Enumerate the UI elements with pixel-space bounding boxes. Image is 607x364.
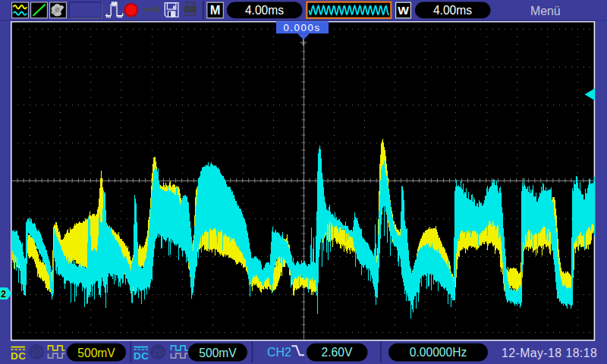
- svg-text:Menü: Menü: [530, 5, 561, 17]
- svg-text:4.00ms: 4.00ms: [433, 4, 472, 17]
- svg-text:2: 2: [1, 289, 6, 300]
- svg-text:0.000s: 0.000s: [283, 22, 320, 33]
- svg-text:4.00ms: 4.00ms: [245, 4, 284, 17]
- svg-text:2.60V: 2.60V: [322, 346, 353, 359]
- svg-text:20: 20: [31, 347, 42, 358]
- svg-text:CH2: CH2: [267, 346, 291, 359]
- svg-text:20: 20: [153, 347, 163, 358]
- svg-text:DC: DC: [134, 350, 149, 362]
- svg-text:W: W: [398, 4, 409, 17]
- svg-text:0.00000Hz: 0.00000Hz: [410, 346, 467, 359]
- svg-text:M: M: [210, 3, 221, 17]
- svg-text:500mV: 500mV: [77, 347, 115, 359]
- svg-text:12-May-18 18:18: 12-May-18 18:18: [502, 347, 597, 359]
- svg-text:DC: DC: [11, 350, 27, 362]
- svg-text:500mV: 500mV: [199, 347, 237, 359]
